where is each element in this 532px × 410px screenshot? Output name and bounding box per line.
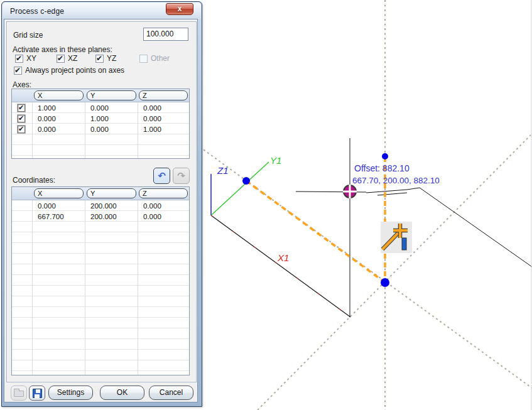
axes-cell[interactable]: 0.000 — [38, 114, 56, 124]
axes-column-z[interactable]: Z — [139, 90, 188, 100]
process-c-edge-dialog: Process c-edge x Grid size 100.000 Activ… — [1, 1, 202, 407]
snap-cursor — [343, 185, 357, 198]
plane-xy-checkbox[interactable] — [15, 55, 23, 63]
axes-cell[interactable]: 1.000 — [38, 104, 56, 114]
planes-label: Activate axes in these planes: — [13, 45, 112, 54]
coordinates-column-y[interactable]: Y — [87, 188, 136, 198]
dialog-client-area: Grid size 100.000 Activate axes in these… — [4, 19, 197, 402]
coordinate-cell[interactable]: 200.000 — [90, 202, 117, 212]
dialog-title: Process c-edge — [3, 7, 64, 16]
axis-row1-checkbox[interactable] — [18, 104, 25, 112]
cursor-coordinates-annotation: 667.70, 200.00, 882.10 — [352, 176, 440, 185]
open-button — [11, 386, 27, 401]
axes-cell[interactable]: 0.000 — [143, 114, 161, 124]
axis-z-label: Z1 — [217, 165, 229, 176]
coordinate-cell[interactable]: 200.000 — [90, 212, 117, 222]
vertex-point-offset[interactable] — [382, 153, 388, 159]
plane-yz-label: YZ — [107, 54, 116, 63]
application-window: Z1 Y1 X1 Offset: 882.10 667.70, 200.00, … — [0, 0, 532, 410]
axes-cell[interactable]: 1.000 — [90, 114, 109, 124]
plane-other-label: Other — [151, 54, 170, 63]
vertex-point-start[interactable] — [242, 177, 250, 185]
close-button[interactable]: x — [166, 3, 193, 15]
plane-xy-option[interactable]: XY — [15, 54, 36, 63]
coordinate-cell[interactable]: 0.000 — [38, 202, 56, 212]
project-points-label: Always project points on axes — [25, 66, 124, 75]
axes-cell[interactable]: 0.000 — [90, 104, 109, 114]
coordinates-table-body — [12, 200, 189, 375]
axes-table: X Y Z 1.000 0.000 0.000 0.000 1.000 0.00… — [11, 89, 190, 159]
axes-cell[interactable]: 0.000 — [143, 104, 161, 114]
plane-xz-checkbox[interactable] — [57, 55, 65, 63]
open-folder-icon — [14, 391, 24, 397]
undo-icon: ↶ — [158, 170, 166, 181]
redo-button: ↷ — [173, 168, 190, 184]
save-button[interactable] — [29, 386, 45, 401]
axis-row3-checkbox[interactable] — [18, 126, 25, 133]
plane-other-checkbox — [139, 55, 148, 63]
axis-y-label: Y1 — [270, 155, 281, 166]
axis-row2-checkbox[interactable] — [18, 115, 25, 122]
cancel-button[interactable]: Cancel — [149, 386, 193, 400]
coordinate-cell[interactable]: 667.700 — [38, 212, 64, 222]
plane-xz-label: XZ — [68, 54, 77, 63]
coordinates-section-label: Coordinates: — [13, 176, 55, 185]
axes-cell[interactable]: 1.000 — [143, 125, 161, 135]
coordinates-column-x[interactable]: X — [34, 188, 84, 198]
project-points-option[interactable]: Always project points on axes — [14, 66, 124, 75]
plane-yz-checkbox[interactable] — [95, 55, 104, 63]
axes-table-header: X Y Z — [12, 89, 189, 102]
ok-button[interactable]: OK — [100, 386, 144, 400]
redo-icon: ↷ — [177, 170, 185, 181]
coordinates-table-header: X Y Z — [12, 187, 189, 200]
settings-button[interactable]: Settings — [48, 386, 93, 400]
selected-edge-diagonal[interactable] — [246, 181, 385, 283]
wireframe-edge-short — [377, 193, 407, 195]
project-points-checkbox[interactable] — [14, 67, 22, 75]
undo-button[interactable]: ↶ — [153, 168, 170, 184]
axes-section-label: Axes: — [13, 80, 31, 89]
axes-cell[interactable]: 0.000 — [38, 125, 56, 135]
draw-mode-cursor-icon — [381, 222, 412, 253]
grid-size-input[interactable]: 100.000 — [143, 28, 188, 41]
vertex-point-corner[interactable] — [381, 278, 389, 287]
coordinate-cell[interactable]: 0.000 — [143, 212, 161, 222]
axes-column-x[interactable]: X — [34, 90, 84, 100]
offset-annotation: Offset: 882.10 — [354, 163, 410, 173]
save-floppy-icon — [33, 389, 42, 398]
coordinates-table: X Y Z 0.000 200.000 0.000 667.700 200.00… — [11, 186, 190, 375]
coordinate-cell[interactable]: 0.000 — [143, 202, 161, 212]
plane-xz-option[interactable]: XZ — [57, 54, 77, 63]
axes-column-y[interactable]: Y — [87, 90, 136, 100]
coordinates-column-z[interactable]: Z — [139, 188, 188, 198]
axis-x-label: X1 — [277, 252, 289, 263]
axes-cell[interactable]: 0.000 — [90, 125, 109, 135]
grid-size-label: Grid size — [13, 31, 43, 40]
plane-yz-option[interactable]: YZ — [95, 54, 116, 63]
plane-xy-label: XY — [26, 54, 36, 63]
plane-other-option: Other — [139, 54, 170, 63]
